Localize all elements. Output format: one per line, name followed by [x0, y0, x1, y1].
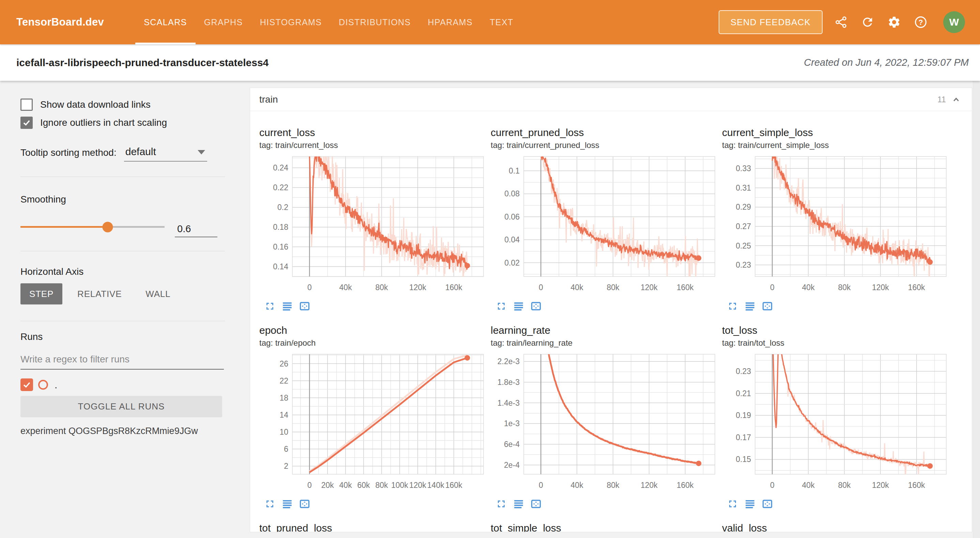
- fullscreen-icon[interactable]: [727, 498, 738, 510]
- show-download-links-checkbox[interactable]: [21, 99, 33, 111]
- smoothing-value-field[interactable]: 0.6: [175, 224, 217, 237]
- ignore-outliers-checkbox[interactable]: [21, 117, 33, 129]
- svg-text:0: 0: [539, 481, 543, 490]
- data-table-icon[interactable]: [744, 300, 756, 312]
- data-table-icon[interactable]: [282, 300, 293, 312]
- top-navbar: TensorBoard.dev SCALARSGRAPHSHISTOGRAMSD…: [0, 0, 980, 44]
- chart-actions: [264, 300, 484, 312]
- tab-graphs[interactable]: GRAPHS: [196, 0, 251, 44]
- chart-title: current_pruned_loss: [491, 126, 716, 139]
- fullscreen-icon[interactable]: [495, 498, 507, 510]
- chevron-down-icon: [197, 150, 205, 155]
- chart-tag: tag: train/current_pruned_loss: [491, 140, 716, 150]
- svg-text:0.25: 0.25: [736, 241, 751, 250]
- show-download-links-checkbox-row[interactable]: Show data download links: [21, 99, 225, 111]
- train-group-header[interactable]: train 11: [250, 88, 972, 111]
- tab-label: SCALARS: [144, 18, 187, 27]
- svg-text:1.8e-3: 1.8e-3: [498, 378, 520, 386]
- chart-card-tot_pruned_loss: tot_pruned_losstag: train/tot_pruned_los…: [259, 522, 484, 532]
- chart-plot[interactable]: 040k80k120k160k0.230.250.270.290.310.33: [722, 154, 947, 296]
- toggle-all-runs-button[interactable]: TOGGLE ALL RUNS: [21, 396, 222, 417]
- experiment-name: icefall-asr-librispeech-pruned-transduce…: [16, 57, 269, 69]
- tab-text[interactable]: TEXT: [481, 0, 522, 44]
- data-table-icon[interactable]: [282, 498, 293, 510]
- data-table-icon[interactable]: [513, 300, 524, 312]
- fullscreen-icon[interactable]: [264, 300, 276, 312]
- run-name: .: [54, 379, 57, 391]
- svg-text:14: 14: [279, 410, 288, 419]
- chevron-up-icon[interactable]: [951, 94, 962, 105]
- fit-domain-icon[interactable]: [530, 300, 542, 312]
- svg-text:2.2e-3: 2.2e-3: [498, 357, 520, 366]
- chart-plot[interactable]: 040k80k120k160k2e-46e-41e-31.4e-31.8e-32…: [491, 351, 716, 494]
- refresh-icon[interactable]: [859, 14, 876, 30]
- chart-tag: tag: train/learning_rate: [491, 338, 716, 348]
- smoothing-slider-thumb[interactable]: [102, 222, 113, 232]
- help-icon[interactable]: ?: [913, 14, 929, 30]
- run-row: .: [21, 378, 225, 391]
- svg-text:0.17: 0.17: [736, 433, 751, 442]
- chart-card-tot_loss: tot_losstag: train/tot_loss040k80k120k16…: [722, 324, 947, 510]
- chart-card-current_simple_loss: current_simple_losstag: train/current_si…: [722, 126, 947, 312]
- train-group-count: 11: [937, 95, 946, 104]
- chart-plot[interactable]: 040k80k120k160k0.020.040.060.080.1: [491, 154, 716, 296]
- runs-filter-input[interactable]: [21, 354, 224, 370]
- chart-tag: tag: train/tot_loss: [722, 338, 947, 348]
- svg-text:160k: 160k: [445, 481, 462, 490]
- tooltip-sorting-dropdown[interactable]: default: [124, 146, 207, 161]
- run-checkbox[interactable]: [21, 378, 33, 391]
- chart-title: current_loss: [259, 126, 484, 139]
- svg-text:40k: 40k: [802, 481, 815, 490]
- svg-text:0.18: 0.18: [273, 223, 288, 231]
- data-table-icon[interactable]: [513, 498, 524, 510]
- chart-card-valid_loss: valid_losstag: train/valid_loss: [722, 522, 947, 532]
- axis-button-relative[interactable]: RELATIVE: [68, 283, 130, 305]
- svg-text:120k: 120k: [872, 481, 889, 490]
- run-color-swatch[interactable]: [38, 380, 48, 390]
- svg-text:160k: 160k: [677, 481, 694, 490]
- chart-title: tot_loss: [722, 324, 947, 337]
- tab-histograms[interactable]: HISTOGRAMS: [251, 0, 331, 44]
- tab-distributions[interactable]: DISTRIBUTIONS: [330, 0, 419, 44]
- chart-plot[interactable]: 040k80k120k160k0.140.160.180.20.220.24: [259, 154, 484, 296]
- ignore-outliers-checkbox-row[interactable]: Ignore outliers in chart scaling: [21, 117, 225, 129]
- chart-plot[interactable]: 020k40k60k80k100k120k140k160k26101418222…: [259, 351, 484, 494]
- fullscreen-icon[interactable]: [727, 300, 738, 312]
- svg-text:160k: 160k: [445, 283, 462, 292]
- experiment-header: icefall-asr-librispeech-pruned-transduce…: [0, 44, 980, 81]
- tab-hparams[interactable]: HPARAMS: [420, 0, 482, 44]
- smoothing-slider[interactable]: [21, 226, 165, 228]
- svg-text:0.31: 0.31: [736, 184, 751, 192]
- fit-domain-icon[interactable]: [762, 300, 773, 312]
- fit-domain-icon[interactable]: [299, 498, 310, 510]
- active-tab-underline: [135, 43, 196, 44]
- svg-text:100k: 100k: [391, 481, 408, 490]
- tab-scalars[interactable]: SCALARS: [135, 0, 196, 44]
- send-feedback-button[interactable]: SEND FEEDBACK: [719, 10, 822, 34]
- axis-button-step[interactable]: STEP: [21, 283, 62, 305]
- avatar[interactable]: W: [943, 11, 965, 33]
- axis-button-wall[interactable]: WALL: [137, 283, 179, 305]
- svg-text:40k: 40k: [802, 283, 815, 292]
- created-timestamp: Created on Jun 4, 2022, 12:59:07 PM: [804, 57, 969, 68]
- svg-text:0: 0: [770, 481, 775, 490]
- page-scrollbar[interactable]: [973, 81, 980, 538]
- fit-domain-icon[interactable]: [299, 300, 310, 312]
- chart-card-learning_rate: learning_ratetag: train/learning_rate040…: [491, 324, 716, 510]
- svg-text:0: 0: [770, 283, 775, 292]
- svg-text:0.19: 0.19: [736, 411, 751, 420]
- chart-plot[interactable]: 040k80k120k160k0.150.170.190.210.23: [722, 351, 947, 494]
- svg-text:120k: 120k: [872, 283, 889, 292]
- train-group-title: train: [259, 94, 278, 105]
- fit-domain-icon[interactable]: [530, 498, 542, 510]
- fullscreen-icon[interactable]: [495, 300, 507, 312]
- smoothing-value: 0.6: [177, 224, 191, 234]
- settings-icon[interactable]: [886, 14, 902, 30]
- smoothing-slider-fill: [21, 226, 108, 228]
- fullscreen-icon[interactable]: [264, 498, 276, 510]
- svg-text:0.06: 0.06: [504, 212, 520, 221]
- share-icon[interactable]: [833, 14, 849, 30]
- show-download-links-label: Show data download links: [40, 99, 151, 110]
- data-table-icon[interactable]: [744, 498, 756, 510]
- fit-domain-icon[interactable]: [762, 498, 773, 510]
